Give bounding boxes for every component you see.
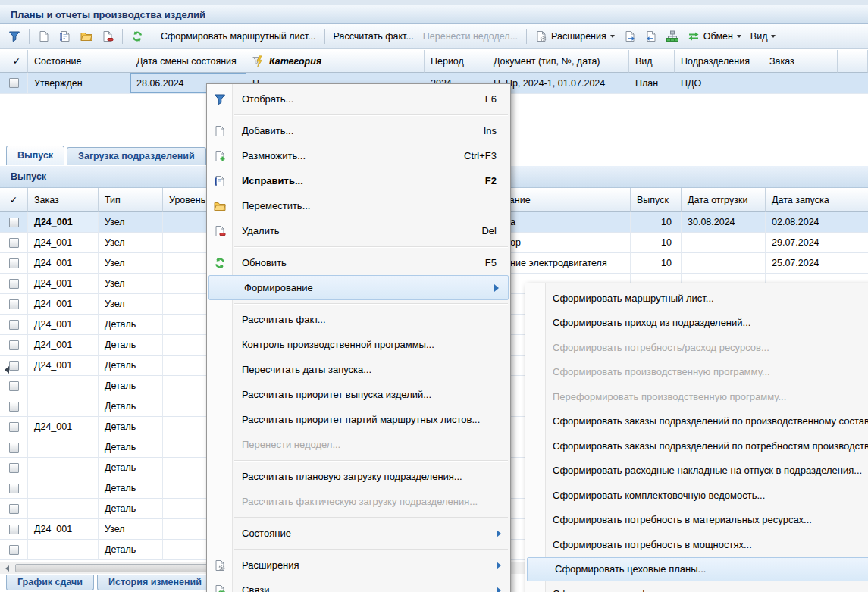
- context-menu-item[interactable]: Связи: [207, 578, 510, 592]
- checkbox[interactable]: [9, 381, 19, 391]
- export-button[interactable]: [620, 28, 640, 45]
- org-structure-button[interactable]: [663, 28, 682, 45]
- checkbox[interactable]: [9, 361, 19, 371]
- col-header-document[interactable]: Документ (тип, №, дата): [487, 50, 629, 73]
- checkbox[interactable]: [9, 238, 19, 248]
- context-menu-item[interactable]: ОбновитьF5: [207, 250, 510, 275]
- import-button[interactable]: [641, 28, 661, 45]
- row-checkbox-cell[interactable]: [0, 519, 28, 540]
- row-checkbox-cell[interactable]: [0, 274, 28, 294]
- tab-load-departments[interactable]: Загрузка подразделений: [67, 147, 206, 165]
- context-menu-item[interactable]: Рассчитать факт...: [207, 307, 510, 332]
- context-menu-item[interactable]: Переместить...: [207, 193, 510, 218]
- splitter-collapse-icon[interactable]: [1, 366, 9, 374]
- checkbox[interactable]: [9, 545, 19, 555]
- filter-button[interactable]: [5, 28, 24, 45]
- context-menu-item[interactable]: Добавить...Ins: [207, 118, 510, 143]
- checkbox[interactable]: [9, 484, 19, 493]
- submenu-item[interactable]: Сформировать цеховые планы...: [527, 557, 868, 582]
- context-menu-item[interactable]: Контроль производственной программы...: [207, 332, 510, 357]
- checkbox[interactable]: [9, 258, 19, 268]
- row-checkbox-cell[interactable]: [0, 499, 28, 519]
- delete-button[interactable]: [98, 28, 118, 45]
- col-header-order[interactable]: Заказ: [763, 50, 838, 73]
- row-checkbox-cell[interactable]: [0, 396, 28, 417]
- col-header-state[interactable]: Состояние: [28, 50, 130, 73]
- col-header-launch-date[interactable]: Дата запуска: [766, 188, 868, 212]
- context-menu-item[interactable]: Расширения: [207, 553, 510, 578]
- cell-order: [28, 437, 99, 458]
- view-button[interactable]: Вид: [747, 29, 780, 44]
- select-all-header[interactable]: ✓: [0, 188, 28, 212]
- row-checkbox-cell[interactable]: [0, 233, 28, 253]
- row-checkbox-cell[interactable]: [0, 417, 28, 437]
- context-menu-item[interactable]: Состояние: [207, 521, 510, 546]
- row-checkbox-cell[interactable]: [0, 437, 28, 458]
- tab-schedule[interactable]: График сдачи: [6, 575, 94, 590]
- submenu-item[interactable]: Сформировать приход из подразделений...: [525, 311, 868, 336]
- extensions-button[interactable]: Расширения: [531, 28, 619, 45]
- context-menu-item[interactable]: Исправить...F2: [207, 168, 510, 193]
- submenu-item[interactable]: Сформировать расходные накладные на отпу…: [525, 459, 868, 484]
- submenu-item[interactable]: Сформировать график сдачи...: [525, 581, 868, 592]
- context-menu-item[interactable]: Отобрать...F6: [207, 86, 510, 111]
- tab-output[interactable]: Выпуск: [6, 146, 64, 165]
- tab-history[interactable]: История изменений: [97, 575, 213, 590]
- row-checkbox-cell[interactable]: [0, 315, 28, 335]
- row-checkbox-cell[interactable]: [0, 478, 28, 499]
- col-header-period[interactable]: Период: [425, 50, 487, 73]
- add-button[interactable]: [34, 28, 54, 45]
- context-menu-item[interactable]: Рассчитать приоритет партий маршрутных л…: [207, 407, 510, 432]
- row-checkbox-cell[interactable]: [0, 458, 28, 478]
- checkbox[interactable]: [9, 320, 19, 330]
- checkbox[interactable]: [9, 78, 19, 88]
- checkbox[interactable]: [9, 299, 19, 309]
- col-header-output[interactable]: Выпуск: [631, 188, 682, 212]
- select-all-header[interactable]: ✓: [0, 50, 28, 73]
- submenu-item[interactable]: Сформировать заказы подразделений по пот…: [525, 434, 868, 459]
- checkbox[interactable]: [9, 279, 19, 289]
- checkbox[interactable]: [9, 443, 19, 453]
- move-button[interactable]: [77, 28, 96, 45]
- row-checkbox-cell[interactable]: [0, 335, 28, 356]
- row-checkbox-cell[interactable]: [0, 376, 28, 396]
- exchange-button[interactable]: Обмен: [684, 28, 745, 45]
- format-route-sheet-button[interactable]: Сформировать маршрутный лист...: [157, 29, 320, 44]
- col-header-kind[interactable]: Вид: [629, 50, 675, 73]
- col-header-departments[interactable]: Подразделения: [675, 50, 763, 73]
- scroll-left-arrow-icon[interactable]: [2, 565, 9, 572]
- checkbox[interactable]: [9, 525, 19, 534]
- row-checkbox-cell[interactable]: [0, 212, 28, 233]
- refresh-button[interactable]: [127, 28, 147, 45]
- row-checkbox-cell[interactable]: [0, 73, 28, 94]
- col-header-state-date[interactable]: Дата смены состояния: [130, 50, 246, 73]
- context-menu-item[interactable]: УдалитьDel: [207, 218, 510, 243]
- submenu-item[interactable]: Сформировать комплектовочную ведомость..…: [525, 483, 868, 508]
- edit-button[interactable]: [55, 28, 75, 45]
- context-menu-item[interactable]: Рассчитать плановую загрузку подразделен…: [207, 464, 510, 489]
- submenu-item[interactable]: Сформировать потребность в мощностях...: [525, 532, 868, 557]
- checkbox[interactable]: [9, 504, 19, 514]
- cell-order: Д24_001: [28, 417, 99, 437]
- checkbox[interactable]: [9, 218, 19, 227]
- row-checkbox-cell[interactable]: [0, 540, 28, 560]
- submenu-item[interactable]: Сформировать маршрутный лист...: [525, 286, 868, 311]
- row-checkbox-cell[interactable]: [0, 294, 28, 315]
- col-header-category[interactable]: Категория: [246, 50, 425, 73]
- calc-fact-button[interactable]: Рассчитать факт...: [330, 29, 418, 44]
- menu-item-label: Переместить...: [242, 200, 310, 211]
- context-menu-item[interactable]: Рассчитать приоритет выпуска изделий...: [207, 382, 510, 407]
- checkbox[interactable]: [9, 422, 19, 432]
- context-menu-item[interactable]: Пересчитать даты запуска...: [207, 357, 510, 382]
- checkbox[interactable]: [9, 402, 19, 412]
- col-header-type[interactable]: Тип: [99, 188, 163, 212]
- col-header-ship-date[interactable]: Дата отгрузки: [682, 188, 766, 212]
- submenu-item[interactable]: Сформировать заказы подразделений по про…: [525, 409, 868, 434]
- context-menu-item[interactable]: Формирование: [208, 275, 509, 300]
- submenu-item[interactable]: Сформировать потребность в материальных …: [525, 508, 868, 533]
- context-menu-item[interactable]: Размножить...Ctrl+F3: [207, 143, 510, 168]
- col-header-order[interactable]: Заказ: [28, 188, 99, 212]
- checkbox[interactable]: [9, 340, 19, 350]
- row-checkbox-cell[interactable]: [0, 253, 28, 274]
- checkbox[interactable]: [9, 463, 19, 473]
